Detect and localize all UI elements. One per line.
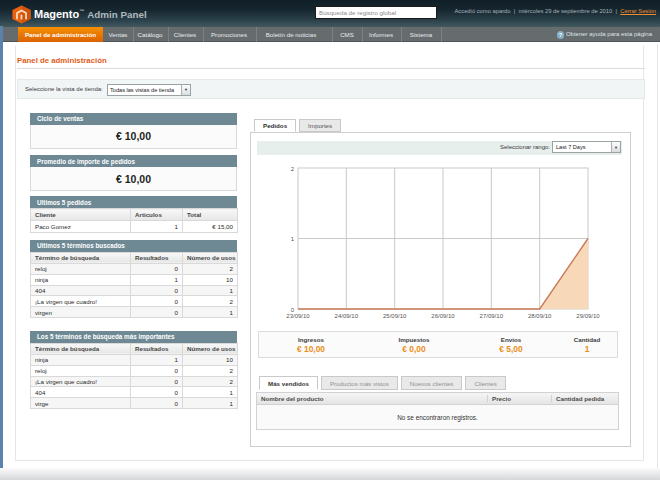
svg-text:24/09/10: 24/09/10 [335,313,359,319]
svg-text:28/09/10: 28/09/10 [528,313,552,319]
svg-text:23/09/10: 23/09/10 [286,313,310,319]
svg-text:29/09/10: 29/09/10 [576,313,600,319]
svg-text:2: 2 [291,166,295,172]
svg-text:27/09/10: 27/09/10 [480,313,504,319]
svg-text:25/09/10: 25/09/10 [383,313,407,319]
svg-text:26/09/10: 26/09/10 [431,313,455,319]
svg-text:1: 1 [291,236,295,242]
